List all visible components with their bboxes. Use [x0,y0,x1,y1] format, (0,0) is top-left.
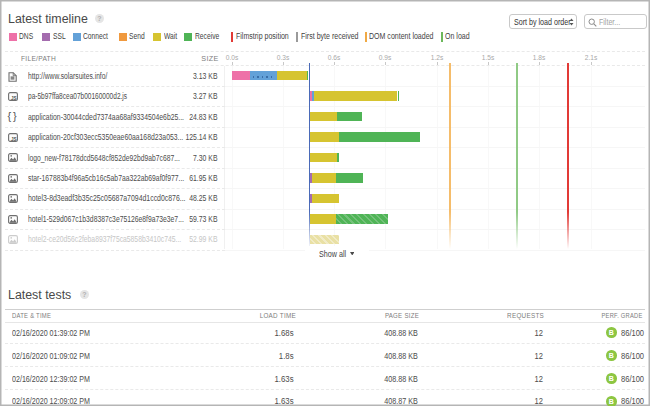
svg-text:JS: JS [11,136,17,141]
svg-text:JS: JS [11,96,17,101]
